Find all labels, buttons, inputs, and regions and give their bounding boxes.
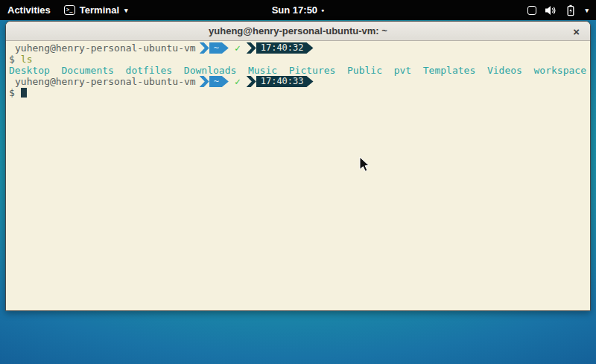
prompt-char: $ bbox=[9, 54, 15, 65]
terminal-icon bbox=[64, 5, 75, 15]
top-bar-left: Activities Terminal ▾ bbox=[0, 4, 128, 16]
directory-item: Desktop bbox=[9, 65, 50, 76]
mouse-cursor-icon bbox=[359, 156, 370, 172]
prompt-time-segment: 17:40:32 bbox=[256, 42, 314, 54]
system-status-menu[interactable]: ▾ bbox=[527, 0, 596, 20]
powerline-arrow-icon bbox=[200, 76, 209, 87]
directory-item: pvt bbox=[394, 65, 411, 76]
terminal-window: yuheng@henry-personal-ubuntu-vm: ~ × yuh… bbox=[5, 21, 591, 311]
ls-output-row: Desktop Documents dotfiles Downloads Mus… bbox=[9, 65, 590, 76]
app-menu-label: Terminal bbox=[80, 4, 119, 16]
top-bar: Activities Terminal ▾ Sun 17:50 ● bbox=[0, 0, 596, 20]
directory-item: Downloads bbox=[184, 65, 236, 76]
prompt-cwd-segment: ~ bbox=[209, 76, 229, 87]
activities-button[interactable]: Activities bbox=[7, 4, 51, 16]
terminal-screen[interactable]: yuheng@henry-personal-ubuntu-vm ~ ✓ 17:4… bbox=[6, 41, 590, 311]
powerline-arrow-icon bbox=[247, 76, 256, 87]
directory-item: workspace bbox=[534, 65, 586, 76]
status-ok-icon: ✓ bbox=[235, 76, 241, 87]
directory-item: Pictures bbox=[289, 65, 336, 76]
prompt-char: $ bbox=[9, 87, 15, 98]
terminal-cursor bbox=[21, 88, 27, 98]
battery-charging-icon bbox=[565, 4, 577, 16]
window-titlebar[interactable]: yuheng@henry-personal-ubuntu-vm: ~ × bbox=[6, 22, 590, 41]
command-line: $ ls bbox=[9, 54, 590, 65]
directory-item: Music bbox=[248, 65, 277, 76]
prompt-cwd-segment: ~ bbox=[209, 42, 229, 54]
prompt-time-segment: 17:40:33 bbox=[256, 76, 314, 87]
directory-item: Documents bbox=[61, 65, 113, 76]
screen-icon bbox=[527, 6, 536, 15]
directory-item: Public bbox=[347, 65, 382, 76]
prompt-user-host: yuheng@henry-personal-ubuntu-vm bbox=[15, 76, 196, 87]
status-ok-icon: ✓ bbox=[235, 42, 241, 54]
chevron-down-icon: ▾ bbox=[124, 7, 128, 14]
prompt-user-host: yuheng@henry-personal-ubuntu-vm bbox=[15, 42, 196, 54]
directory-item: Templates bbox=[423, 65, 475, 76]
powerline-arrow-icon bbox=[200, 42, 209, 54]
close-button[interactable]: × bbox=[573, 22, 580, 41]
chevron-down-icon: ▾ bbox=[585, 7, 589, 14]
app-menu-terminal[interactable]: Terminal ▾ bbox=[64, 4, 128, 16]
directory-item: dotfiles bbox=[126, 65, 173, 76]
desktop: Activities Terminal ▾ Sun 17:50 ● bbox=[0, 0, 596, 364]
prompt-line: yuheng@henry-personal-ubuntu-vm ~ ✓ 17:4… bbox=[9, 42, 590, 54]
directory-item: Videos bbox=[487, 65, 522, 76]
prompt-line: yuheng@henry-personal-ubuntu-vm ~ ✓ 17:4… bbox=[9, 76, 590, 87]
notification-dot-icon: ● bbox=[321, 7, 324, 13]
input-line: $ bbox=[9, 87, 590, 98]
volume-icon bbox=[545, 4, 557, 16]
window-title: yuheng@henry-personal-ubuntu-vm: ~ bbox=[209, 25, 387, 36]
powerline-arrow-icon bbox=[247, 42, 256, 54]
clock-label: Sun 17:50 bbox=[272, 4, 317, 16]
command-text: ls bbox=[21, 54, 33, 65]
